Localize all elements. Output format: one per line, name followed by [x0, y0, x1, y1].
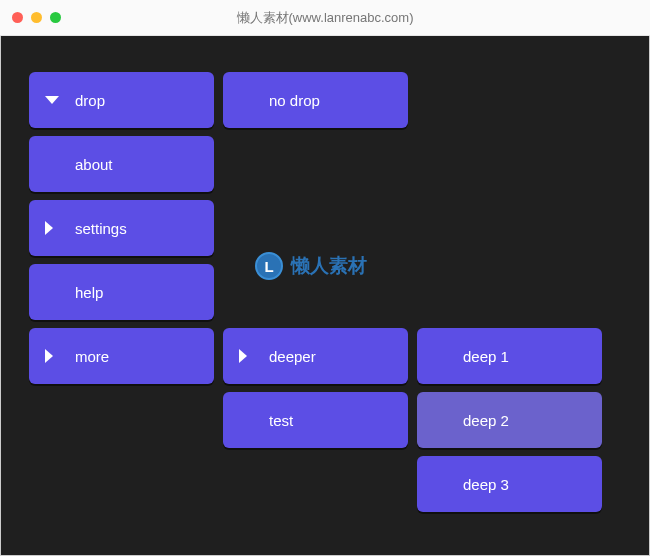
menu-deep-1[interactable]: deep 1	[417, 328, 602, 384]
menu-test[interactable]: test	[223, 392, 408, 448]
menu-label: deep 3	[463, 476, 509, 493]
watermark-logo-icon: L	[255, 252, 283, 280]
menu-label: about	[75, 156, 113, 173]
menu-label: deeper	[269, 348, 316, 365]
zoom-icon[interactable]	[50, 12, 61, 23]
demo-stage: drop about settings help more no drop de…	[0, 36, 650, 556]
menu-label: deep 1	[463, 348, 509, 365]
traffic-lights	[12, 12, 61, 23]
menu-help[interactable]: help	[29, 264, 214, 320]
close-icon[interactable]	[12, 12, 23, 23]
menu-drop[interactable]: drop	[29, 72, 214, 128]
chevron-right-icon	[239, 349, 247, 363]
watermark-text: 懒人素材	[291, 253, 367, 279]
menu-deep-2[interactable]: deep 2	[417, 392, 602, 448]
menu-about[interactable]: about	[29, 136, 214, 192]
menu-label: no drop	[269, 92, 320, 109]
menu-label: test	[269, 412, 293, 429]
menu-label: deep 2	[463, 412, 509, 429]
menu-deep-3[interactable]: deep 3	[417, 456, 602, 512]
menu-label: more	[75, 348, 109, 365]
chevron-down-icon	[45, 96, 59, 104]
menu-more[interactable]: more	[29, 328, 214, 384]
window-title: 懒人素材(www.lanrenabc.com)	[0, 9, 650, 27]
menu-label: help	[75, 284, 103, 301]
watermark: L 懒人素材	[255, 252, 367, 280]
menu-settings[interactable]: settings	[29, 200, 214, 256]
menu-deeper[interactable]: deeper	[223, 328, 408, 384]
window-titlebar: 懒人素材(www.lanrenabc.com)	[0, 0, 650, 36]
menu-label: settings	[75, 220, 127, 237]
chevron-right-icon	[45, 221, 53, 235]
chevron-right-icon	[45, 349, 53, 363]
menu-no-drop[interactable]: no drop	[223, 72, 408, 128]
minimize-icon[interactable]	[31, 12, 42, 23]
menu-label: drop	[75, 92, 105, 109]
